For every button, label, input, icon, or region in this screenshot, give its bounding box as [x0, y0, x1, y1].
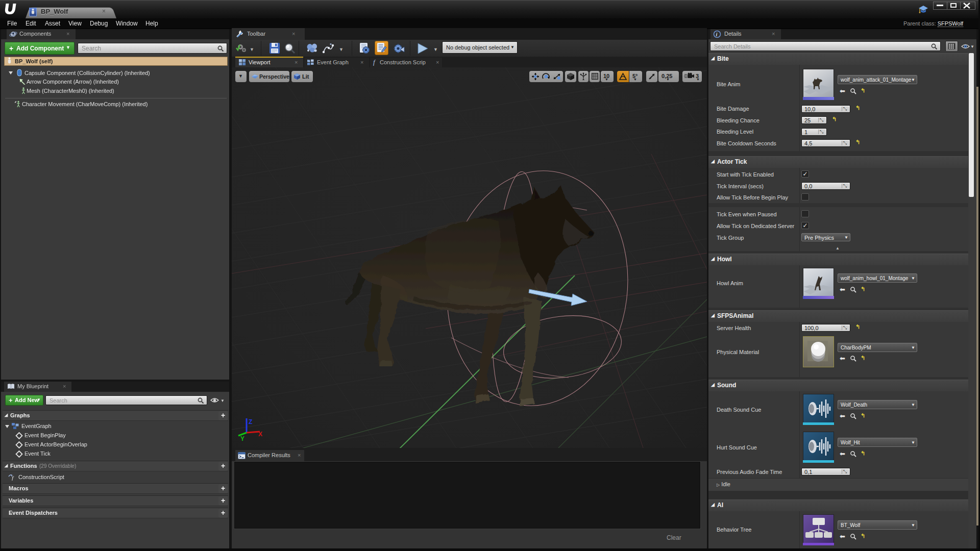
svg-text:Z: Z — [249, 418, 252, 425]
svg-text:f: f — [12, 475, 14, 481]
svg-text:X: X — [258, 431, 262, 438]
svg-text:Y: Y — [240, 435, 244, 442]
svg-text:i: i — [716, 32, 718, 37]
